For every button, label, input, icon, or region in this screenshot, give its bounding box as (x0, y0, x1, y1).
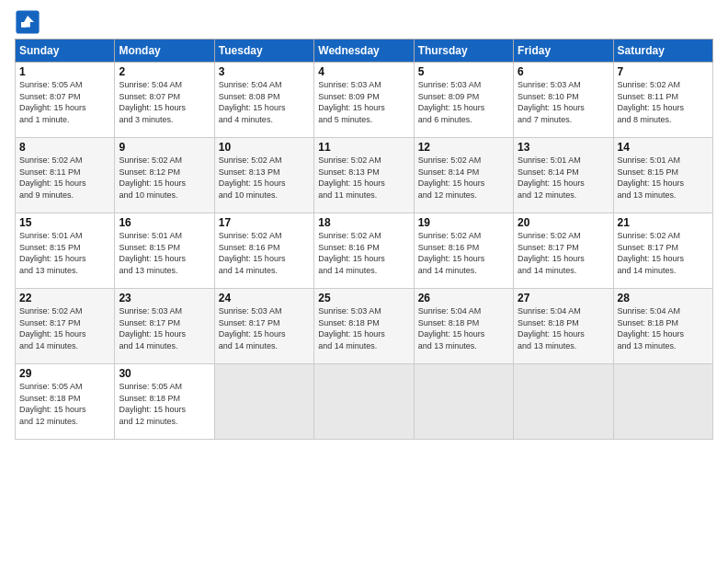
day-number: 4 (318, 65, 409, 78)
calendar-cell (613, 364, 712, 440)
day-number: 16 (119, 216, 210, 229)
day-info: Sunrise: 5:02 AM Sunset: 8:17 PM Dayligh… (518, 230, 609, 276)
calendar-cell: 13Sunrise: 5:01 AM Sunset: 8:14 PM Dayli… (514, 138, 613, 213)
calendar-cell: 3Sunrise: 5:04 AM Sunset: 8:08 PM Daylig… (214, 63, 313, 138)
calendar-week-3: 15Sunrise: 5:01 AM Sunset: 8:15 PM Dayli… (16, 213, 713, 289)
day-info: Sunrise: 5:02 AM Sunset: 8:17 PM Dayligh… (618, 230, 709, 276)
day-number: 19 (418, 216, 509, 229)
logo-icon (15, 9, 40, 35)
calendar-cell: 12Sunrise: 5:02 AM Sunset: 8:14 PM Dayli… (414, 138, 513, 213)
day-number: 5 (418, 65, 509, 78)
calendar-cell (214, 364, 313, 440)
calendar-cell: 15Sunrise: 5:01 AM Sunset: 8:15 PM Dayli… (16, 213, 115, 289)
day-info: Sunrise: 5:05 AM Sunset: 8:07 PM Dayligh… (19, 79, 110, 125)
day-info: Sunrise: 5:03 AM Sunset: 8:09 PM Dayligh… (318, 79, 409, 125)
calendar-cell: 23Sunrise: 5:03 AM Sunset: 8:17 PM Dayli… (115, 289, 214, 364)
day-number: 1 (19, 65, 110, 78)
calendar-header-wednesday: Wednesday (314, 40, 414, 63)
day-number: 2 (119, 65, 210, 78)
calendar-cell: 24Sunrise: 5:03 AM Sunset: 8:17 PM Dayli… (214, 289, 313, 364)
calendar-body: 1Sunrise: 5:05 AM Sunset: 8:07 PM Daylig… (16, 63, 713, 440)
calendar-cell: 10Sunrise: 5:02 AM Sunset: 8:13 PM Dayli… (214, 138, 313, 213)
day-number: 22 (19, 292, 110, 304)
day-number: 12 (418, 141, 509, 154)
calendar-cell: 20Sunrise: 5:02 AM Sunset: 8:17 PM Dayli… (514, 213, 613, 289)
day-number: 18 (318, 216, 409, 229)
day-info: Sunrise: 5:02 AM Sunset: 8:14 PM Dayligh… (418, 155, 509, 201)
day-number: 7 (618, 65, 709, 78)
day-info: Sunrise: 5:02 AM Sunset: 8:16 PM Dayligh… (219, 230, 310, 276)
calendar-week-4: 22Sunrise: 5:02 AM Sunset: 8:17 PM Dayli… (16, 289, 713, 364)
day-info: Sunrise: 5:02 AM Sunset: 8:16 PM Dayligh… (318, 230, 409, 276)
calendar-cell: 16Sunrise: 5:01 AM Sunset: 8:15 PM Dayli… (115, 213, 214, 289)
calendar-cell: 8Sunrise: 5:02 AM Sunset: 8:11 PM Daylig… (16, 138, 115, 213)
day-number: 28 (618, 292, 709, 304)
logo (15, 9, 44, 35)
day-info: Sunrise: 5:05 AM Sunset: 8:18 PM Dayligh… (119, 381, 210, 427)
calendar-cell: 5Sunrise: 5:03 AM Sunset: 8:09 PM Daylig… (414, 63, 513, 138)
day-number: 6 (518, 65, 609, 78)
day-number: 30 (119, 367, 210, 380)
day-number: 3 (219, 65, 310, 78)
calendar-week-5: 29Sunrise: 5:05 AM Sunset: 8:18 PM Dayli… (16, 364, 713, 440)
day-number: 14 (618, 141, 709, 154)
calendar-header-thursday: Thursday (414, 40, 513, 63)
calendar-cell (514, 364, 613, 440)
day-info: Sunrise: 5:03 AM Sunset: 8:18 PM Dayligh… (318, 305, 409, 351)
svg-rect-2 (21, 22, 27, 28)
calendar-header-monday: Monday (115, 40, 214, 63)
day-info: Sunrise: 5:02 AM Sunset: 8:12 PM Dayligh… (119, 155, 210, 201)
calendar-cell: 2Sunrise: 5:04 AM Sunset: 8:07 PM Daylig… (115, 63, 214, 138)
day-info: Sunrise: 5:01 AM Sunset: 8:15 PM Dayligh… (119, 230, 210, 276)
day-info: Sunrise: 5:04 AM Sunset: 8:18 PM Dayligh… (518, 305, 609, 351)
day-number: 8 (19, 141, 110, 154)
day-info: Sunrise: 5:01 AM Sunset: 8:15 PM Dayligh… (19, 230, 110, 276)
day-number: 10 (219, 141, 310, 154)
day-number: 21 (618, 216, 709, 229)
day-number: 25 (318, 292, 409, 304)
day-number: 9 (119, 141, 210, 154)
calendar-cell: 22Sunrise: 5:02 AM Sunset: 8:17 PM Dayli… (16, 289, 115, 364)
day-number: 24 (219, 292, 310, 304)
day-info: Sunrise: 5:05 AM Sunset: 8:18 PM Dayligh… (19, 381, 110, 427)
calendar-cell: 1Sunrise: 5:05 AM Sunset: 8:07 PM Daylig… (16, 63, 115, 138)
calendar-header-friday: Friday (514, 40, 613, 63)
day-info: Sunrise: 5:04 AM Sunset: 8:18 PM Dayligh… (618, 305, 709, 351)
calendar-cell: 30Sunrise: 5:05 AM Sunset: 8:18 PM Dayli… (115, 364, 214, 440)
day-info: Sunrise: 5:01 AM Sunset: 8:15 PM Dayligh… (618, 155, 709, 201)
calendar-header-tuesday: Tuesday (214, 40, 313, 63)
calendar-header-saturday: Saturday (613, 40, 712, 63)
day-info: Sunrise: 5:03 AM Sunset: 8:17 PM Dayligh… (119, 305, 210, 351)
day-number: 13 (518, 141, 609, 154)
day-info: Sunrise: 5:02 AM Sunset: 8:17 PM Dayligh… (19, 305, 110, 351)
page: SundayMondayTuesdayWednesdayThursdayFrid… (0, 0, 728, 563)
day-info: Sunrise: 5:02 AM Sunset: 8:11 PM Dayligh… (19, 155, 110, 201)
day-info: Sunrise: 5:02 AM Sunset: 8:11 PM Dayligh… (618, 79, 709, 125)
day-info: Sunrise: 5:04 AM Sunset: 8:07 PM Dayligh… (119, 79, 210, 125)
day-info: Sunrise: 5:02 AM Sunset: 8:16 PM Dayligh… (418, 230, 509, 276)
day-info: Sunrise: 5:03 AM Sunset: 8:17 PM Dayligh… (219, 305, 310, 351)
day-info: Sunrise: 5:02 AM Sunset: 8:13 PM Dayligh… (219, 155, 310, 201)
day-number: 11 (318, 141, 409, 154)
calendar-cell: 7Sunrise: 5:02 AM Sunset: 8:11 PM Daylig… (613, 63, 712, 138)
calendar-cell: 21Sunrise: 5:02 AM Sunset: 8:17 PM Dayli… (613, 213, 712, 289)
calendar-cell: 25Sunrise: 5:03 AM Sunset: 8:18 PM Dayli… (314, 289, 414, 364)
calendar-week-2: 8Sunrise: 5:02 AM Sunset: 8:11 PM Daylig… (16, 138, 713, 213)
calendar-cell: 6Sunrise: 5:03 AM Sunset: 8:10 PM Daylig… (514, 63, 613, 138)
day-number: 27 (518, 292, 609, 304)
calendar-cell: 4Sunrise: 5:03 AM Sunset: 8:09 PM Daylig… (314, 63, 414, 138)
day-info: Sunrise: 5:03 AM Sunset: 8:10 PM Dayligh… (518, 79, 609, 125)
day-number: 26 (418, 292, 509, 304)
calendar-cell: 14Sunrise: 5:01 AM Sunset: 8:15 PM Dayli… (613, 138, 712, 213)
calendar-cell: 18Sunrise: 5:02 AM Sunset: 8:16 PM Dayli… (314, 213, 414, 289)
calendar-cell: 28Sunrise: 5:04 AM Sunset: 8:18 PM Dayli… (613, 289, 712, 364)
calendar-cell: 19Sunrise: 5:02 AM Sunset: 8:16 PM Dayli… (414, 213, 513, 289)
calendar-cell: 29Sunrise: 5:05 AM Sunset: 8:18 PM Dayli… (16, 364, 115, 440)
calendar-cell: 9Sunrise: 5:02 AM Sunset: 8:12 PM Daylig… (115, 138, 214, 213)
day-info: Sunrise: 5:02 AM Sunset: 8:13 PM Dayligh… (318, 155, 409, 201)
calendar-cell (314, 364, 414, 440)
calendar: SundayMondayTuesdayWednesdayThursdayFrid… (15, 39, 713, 440)
day-info: Sunrise: 5:04 AM Sunset: 8:18 PM Dayligh… (418, 305, 509, 351)
calendar-cell: 17Sunrise: 5:02 AM Sunset: 8:16 PM Dayli… (214, 213, 313, 289)
header (15, 9, 713, 35)
